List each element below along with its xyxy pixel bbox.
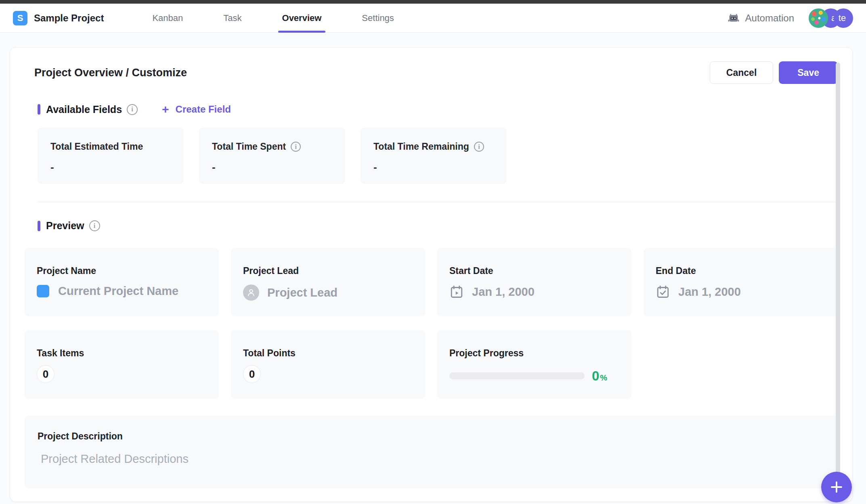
preview-card-project-description: Project Description Project Related Desc… xyxy=(25,416,838,488)
nav-tabs: Kanban Task Overview Settings xyxy=(148,4,430,33)
preview-title: Preview xyxy=(46,220,84,232)
section-accent-bar xyxy=(38,221,40,231)
start-date-value: Jan 1, 2000 xyxy=(472,285,535,299)
field-label: Total Time Spent xyxy=(212,141,286,152)
field-card-total-time-spent[interactable]: Total Time Spent i - xyxy=(199,128,345,184)
preview-header: Preview i xyxy=(38,220,838,232)
field-card-total-time-remaining[interactable]: Total Time Remaining i - xyxy=(361,128,507,184)
avatar[interactable] xyxy=(809,8,828,28)
preview-card-project-lead: Project Lead Project Lead xyxy=(231,248,425,316)
project-title: Sample Project xyxy=(34,13,104,24)
project-logo-icon: S xyxy=(13,11,27,25)
header-actions: Cancel Save xyxy=(710,61,838,84)
automation-button[interactable]: Automation xyxy=(727,11,794,25)
tab-overview[interactable]: Overview xyxy=(278,4,326,33)
total-points-count-badge: 0 xyxy=(243,365,261,383)
preview-label: Total Points xyxy=(243,348,413,359)
tab-settings[interactable]: Settings xyxy=(358,4,398,33)
available-fields-row: Total Estimated Time - Total Time Spent … xyxy=(38,128,838,184)
page-title: Project Overview / Customize xyxy=(34,67,187,79)
project-description-placeholder: Project Related Descriptions xyxy=(41,452,826,466)
preview-card-end-date: End Date Jan 1, 2000 xyxy=(644,248,838,316)
preview-grid-empty-cell xyxy=(644,330,838,399)
field-card-total-estimated-time[interactable]: Total Estimated Time - xyxy=(38,128,184,184)
cancel-button[interactable]: Cancel xyxy=(710,61,773,84)
preview-label: Project Progress xyxy=(449,348,619,359)
field-value: - xyxy=(373,161,497,174)
preview-label: Project Lead xyxy=(243,266,413,276)
avatar-stack: a te xyxy=(809,8,853,28)
available-fields-title: Available Fields xyxy=(46,104,122,115)
create-field-label: Create Field xyxy=(176,104,231,115)
plus-icon xyxy=(829,480,844,494)
project-lead-placeholder: Project Lead xyxy=(267,286,338,299)
navbar-right: Automation a te xyxy=(727,8,853,28)
app-screen: S Sample Project Kanban Task Overview Se… xyxy=(0,0,866,504)
preview-card-start-date: Start Date Jan 1, 2000 xyxy=(437,248,631,316)
info-icon[interactable]: i xyxy=(474,142,484,152)
end-date-value: Jan 1, 2000 xyxy=(678,285,741,299)
preview-label: Task Items xyxy=(37,348,207,359)
project-name-placeholder: Current Project Name xyxy=(58,284,178,298)
preview-label: Start Date xyxy=(449,266,619,276)
preview-card-project-progress: Project Progress 0% xyxy=(437,330,631,399)
panel-header: Project Overview / Customize Cancel Save xyxy=(25,61,838,84)
preview-card-project-name: Project Name Current Project Name xyxy=(25,248,219,316)
field-value: - xyxy=(50,161,174,174)
progress-bar xyxy=(449,372,585,379)
task-items-count-badge: 0 xyxy=(37,365,55,383)
robot-icon xyxy=(727,11,740,25)
preview-label: End Date xyxy=(656,266,826,276)
preview-label: Project Name xyxy=(37,266,207,276)
person-icon xyxy=(243,284,259,301)
create-field-button[interactable]: + Create Field xyxy=(162,103,231,115)
save-button[interactable]: Save xyxy=(779,61,838,84)
field-label: Total Estimated Time xyxy=(50,141,143,152)
preview-card-task-items: Task Items 0 xyxy=(25,330,219,399)
info-icon[interactable]: i xyxy=(291,142,301,152)
field-value: - xyxy=(212,161,335,174)
section-accent-bar xyxy=(38,104,40,115)
window-top-strip xyxy=(0,0,866,4)
preview-card-total-points: Total Points 0 xyxy=(231,330,425,399)
automation-label: Automation xyxy=(745,13,794,24)
available-fields-header: Available Fields i + Create Field xyxy=(38,103,838,115)
info-icon[interactable]: i xyxy=(89,220,100,231)
top-navbar: S Sample Project Kanban Task Overview Se… xyxy=(0,4,866,33)
overview-customize-panel: Project Overview / Customize Cancel Save… xyxy=(10,48,852,502)
info-icon[interactable]: i xyxy=(127,104,138,115)
vertical-scrollbar[interactable] xyxy=(836,63,840,486)
project-color-swatch-icon xyxy=(37,285,49,297)
tab-kanban[interactable]: Kanban xyxy=(148,4,187,33)
preview-label: Project Description xyxy=(38,431,826,442)
avatar[interactable]: te xyxy=(834,8,853,28)
progress-percent: 0% xyxy=(592,369,607,383)
plus-icon: + xyxy=(162,103,169,115)
section-divider xyxy=(38,202,838,202)
calendar-check-icon xyxy=(656,284,670,299)
calendar-play-icon xyxy=(449,284,464,299)
preview-grid: Project Name Current Project Name Projec… xyxy=(25,248,838,399)
field-label: Total Time Remaining xyxy=(373,141,469,152)
tab-task[interactable]: Task xyxy=(219,4,245,33)
add-floating-button[interactable] xyxy=(821,472,852,502)
